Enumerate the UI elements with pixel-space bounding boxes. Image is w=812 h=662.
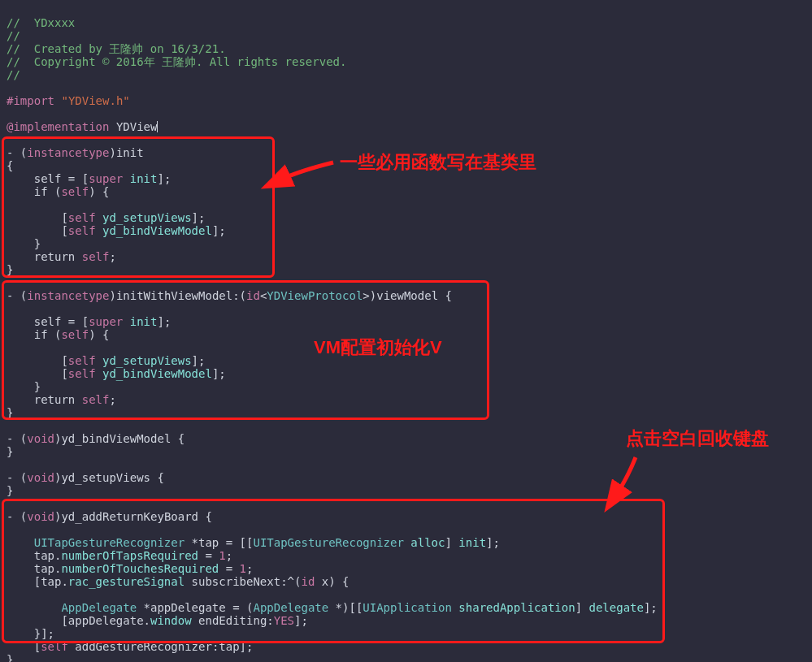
import-file: "YDView.h" [61,94,129,107]
implementation-class: YDView [116,120,158,133]
comment-line: // [7,68,20,81]
implementation-keyword: @implementation [7,120,109,133]
comment-line: // Created by 王隆帅 on 16/3/21. [7,42,226,55]
code-editor[interactable]: // YDxxxx // // Created by 王隆帅 on 16/3/2… [0,0,812,662]
comment-line: // [7,29,20,42]
comment-line: // Copyright © 2016年 王隆帅. All rights res… [7,55,346,68]
text-cursor [157,121,158,132]
comment-line: // YDxxxx [7,16,75,29]
import-directive: #import [7,94,54,107]
init-sig: - ( [7,146,27,159]
